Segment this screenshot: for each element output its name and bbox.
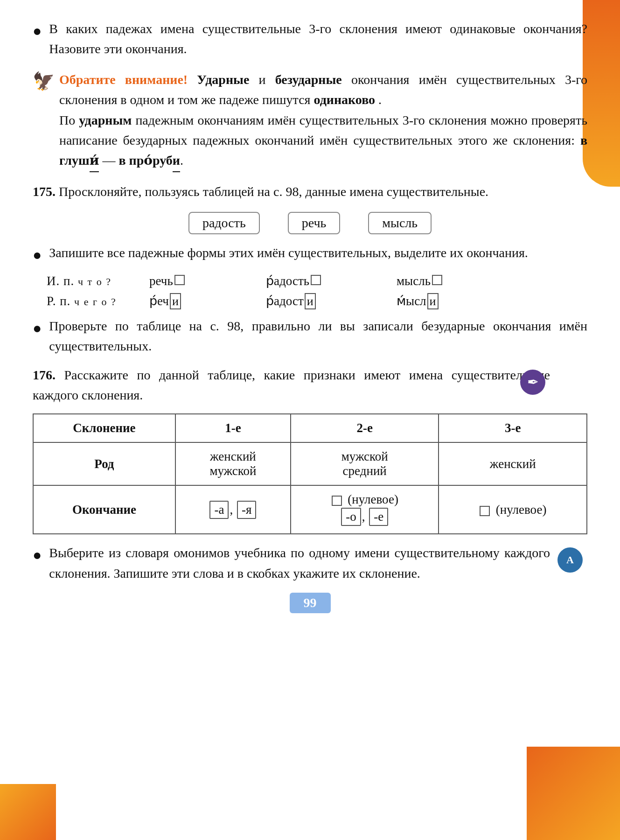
ending-e: -е [369, 508, 388, 526]
form-rp-mysl: м́ысли [397, 293, 499, 309]
attention-bird-icon: 🦅 [33, 68, 55, 95]
attention-text: Обратите внимание! Ударные и безударные … [59, 70, 587, 172]
ex175-instruction: Просклоняйте, пользуясь таблицей на с. 9… [59, 184, 488, 199]
a-icon: А [566, 554, 574, 566]
attention-udar: Ударные [197, 72, 249, 87]
attention-block: 🦅 Обратите внимание! Ударные и безударны… [33, 70, 587, 172]
box-rp-radost: и [305, 293, 316, 309]
box-rp-mysl: и [427, 293, 439, 309]
bullet-3: ● [33, 317, 42, 340]
table-cell-ok-3e: (нулевое) [439, 485, 587, 534]
table-cell-rod-header: Род [33, 442, 175, 485]
ending-a: -а [209, 501, 229, 519]
empty-box-ip-radost [311, 275, 321, 285]
word-mysl: мысль [368, 212, 432, 234]
ex176-instruction: Расскажите по данной таблице, какие приз… [33, 368, 550, 402]
paragraph-1: ● В каких падежах имена существительные … [33, 19, 587, 59]
ex175-header: 175. Просклоняйте, пользуясь таблицей на… [33, 182, 587, 202]
ex175-sub-text: Запишите все падежные формы этих имён су… [49, 243, 587, 263]
bullet-2: ● [33, 244, 42, 267]
table-header-2e: 2-е [291, 414, 439, 442]
ending-o: -о [341, 508, 361, 526]
table-cell-rod-1e: женскиймужской [175, 442, 291, 485]
bullet-last: ● [33, 544, 42, 567]
corner-decoration-bottom-right [527, 747, 620, 840]
ex175-text: 175. Просклоняйте, пользуясь таблицей на… [33, 182, 587, 202]
paragraph-1-text: В каких падежах имена существительные 3-… [49, 19, 587, 59]
attention-label: Обратите внимание! [59, 72, 188, 87]
paragraph-last: ● Выберите из словаря омонимов учебника … [33, 543, 587, 583]
table-row-rod: Род женскиймужской мужскойсредний женски… [33, 442, 587, 485]
form-rp-radost: р́адости [266, 293, 397, 309]
form-row-ip: И. п. ч т о ? речь р́адость мысль [47, 273, 587, 288]
last-section: А ● Выберите из словаря омонимов учебник… [33, 543, 587, 583]
table-cell-ok-header: Окончание [33, 485, 175, 534]
words-row: радость речь мысль [33, 212, 587, 234]
glush-underline: и́ [90, 150, 99, 172]
ex176-number: 176. [33, 368, 56, 382]
attention-text2: По ударным падежным окончаниям имён суще… [59, 113, 587, 168]
ex175-check: ● Проверьте по таблице на с. 98, правиль… [33, 316, 587, 357]
empty-box-nul-2e [332, 496, 342, 506]
paragraph-last-text: Выберите из словаря омонимов учебника по… [49, 543, 550, 583]
pen-icon: ✒ [527, 374, 539, 390]
page-number: 99 [290, 593, 331, 613]
form-row-rp: Р. п. ч е г о ? р́ечи р́адости м́ысли [47, 293, 587, 309]
form-ip-rech: речь [149, 274, 266, 288]
table-row-okonchaniye: Окончание -а, -я (нулевое) -о, -е (нулев… [33, 485, 587, 534]
prob-underline: и [173, 150, 180, 172]
form-ip-mysl: мысль [397, 274, 499, 288]
box-rp-rech: и [170, 293, 181, 309]
exercise-175: 175. Просклоняйте, пользуясь таблицей на… [33, 182, 587, 357]
table-cell-ok-2e: (нулевое) -о, -е [291, 485, 439, 534]
table-header-row: Склонение 1-е 2-е 3-е [33, 414, 587, 442]
page-content: ● В каких падежах имена существительные … [0, 0, 620, 641]
ex175-check-text: Проверьте по таблице на с. 98, правильно… [49, 316, 587, 357]
empty-box-nul-3e [480, 506, 490, 516]
declension-table: Склонение 1-е 2-е 3-е Род женскиймужской… [33, 413, 587, 534]
table-header-1e: 1-е [175, 414, 291, 442]
empty-box-ip-mysl [432, 275, 442, 285]
page-number-area: 99 [33, 593, 587, 613]
form-ip-radost: р́адость [266, 273, 397, 288]
attention-odinakovo: одинаково [313, 92, 375, 107]
bullet-1: ● [33, 20, 42, 43]
form-rp-rech: р́ечи [149, 293, 266, 309]
ex176-header: 176. Расскажите по данной таблице, какие… [33, 365, 587, 406]
empty-box-ip-rech [174, 275, 185, 285]
table-header-sklon: Склонение [33, 414, 175, 442]
attention-bezud: безударные [275, 72, 342, 87]
form-label-rp: Р. п. ч е г о ? [47, 294, 149, 308]
corner-decoration-bottom-left [0, 784, 56, 840]
table-cell-rod-3e: женский [439, 442, 587, 485]
word-rech: речь [288, 212, 341, 234]
pen-icon-circle: ✒ [520, 370, 545, 395]
ex175-sub-instruction: ● Запишите все падежные формы этих имён … [33, 243, 587, 267]
form-label-ip: И. п. ч т о ? [47, 274, 149, 288]
ending-ya: -я [237, 501, 256, 519]
forms-table: И. п. ч т о ? речь р́адость мысль Р. п. … [47, 273, 587, 309]
ex176-text: 176. Расскажите по данной таблице, какие… [33, 365, 550, 406]
table-cell-ok-1e: -а, -я [175, 485, 291, 534]
exercise-176: ✒ 176. Расскажите по данной таблице, как… [33, 365, 587, 535]
ex175-number: 175. [33, 184, 56, 199]
word-radost: радость [188, 212, 260, 234]
table-cell-rod-2e: мужскойсредний [291, 442, 439, 485]
table-header-3e: 3-е [439, 414, 587, 442]
